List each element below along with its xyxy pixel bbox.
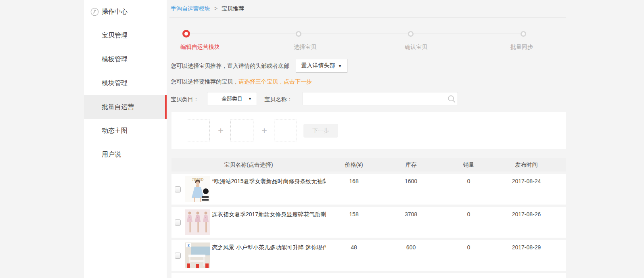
plus-icon: + xyxy=(218,125,224,136)
sidebar-item-operation-center[interactable]: 操作中心 xyxy=(84,0,167,24)
product-stock: 3708 xyxy=(382,207,440,238)
sidebar: 操作中心 宝贝管理 模板管理 模块管理 批量自运营 动态主图 用户说 xyxy=(84,0,167,278)
table-row[interactable]: Z 恋之风景 小户型小茶几多功能可升降 迷你现代 48 600 0 2017-0… xyxy=(171,240,566,271)
product-image: TREND xyxy=(185,176,210,202)
product-price: 158 xyxy=(326,207,382,238)
step-label-select-products: 选择宝贝 xyxy=(294,44,316,51)
placement-select-value: 置入详情头部 xyxy=(301,62,335,69)
caret-down-icon: ▼ xyxy=(248,97,252,101)
product-image: Z xyxy=(185,242,210,268)
stepper: 编辑自运营模块 选择宝贝 确认宝贝 批量同步 xyxy=(169,24,566,52)
sidebar-item-label: 批量自运营 xyxy=(102,103,134,111)
next-step-button[interactable]: 下一步 xyxy=(303,124,338,138)
product-name[interactable]: *欧洲站2015夏季女装新品时尚修身条纹无袖背 xyxy=(212,174,326,205)
search-box xyxy=(303,92,458,105)
product-sales: 0 xyxy=(440,174,498,205)
sidebar-item-label: 动态主图 xyxy=(102,127,128,135)
header-cell-name: 宝贝名称(点击选择) xyxy=(171,161,326,169)
step-label-batch-sync: 批量同步 xyxy=(510,44,533,51)
step-label-confirm-products: 确认宝贝 xyxy=(405,44,427,51)
stepper-line xyxy=(186,33,523,34)
product-slot-1[interactable] xyxy=(187,119,210,142)
step-circle-3 xyxy=(408,31,414,37)
row-checkbox[interactable] xyxy=(175,219,181,226)
category-select[interactable]: 全部类目 ▼ xyxy=(207,92,257,105)
placement-hint: 您可以选择宝贝推荐，置入详情的头部或者底部 xyxy=(171,63,289,70)
product-stock: 1600 xyxy=(382,174,440,205)
product-sales: 0 xyxy=(440,240,498,271)
svg-text:Z: Z xyxy=(188,244,190,247)
sidebar-item-label: 操作中心 xyxy=(102,8,128,16)
sidebar-item-label: 模板管理 xyxy=(102,55,128,64)
product-name[interactable]: 恋之风景 小户型小茶几多功能可升降 迷你现代 xyxy=(212,240,326,271)
product-slot-3[interactable] xyxy=(274,119,297,142)
header-cell-price: 价格(¥) xyxy=(326,161,382,169)
product-date: 2017-08-24 xyxy=(498,174,555,205)
sidebar-item-module-management[interactable]: 模块管理 xyxy=(84,71,167,95)
table-header: 宝贝名称(点击选择) 价格(¥) 库存 销量 发布时间 xyxy=(171,158,566,171)
product-sales: 0 xyxy=(440,207,498,238)
step-label-edit-module: 编辑自运营模块 xyxy=(180,44,220,51)
sidebar-item-product-management[interactable]: 宝贝管理 xyxy=(84,24,167,48)
breadcrumb-current: 宝贝推荐 xyxy=(222,5,244,12)
products-table: 宝贝名称(点击选择) 价格(¥) 库存 销量 发布时间 TREND xyxy=(171,158,566,278)
recommend-hint-prefix: 您可以选择要推荐的宝贝， xyxy=(171,78,238,85)
category-label: 宝贝类目： xyxy=(171,96,199,103)
sidebar-item-batch-self-operation[interactable]: 批量自运营 xyxy=(84,95,167,119)
plus-icon: + xyxy=(261,125,267,136)
product-name[interactable]: 连衣裙女夏季2017新款女修身显瘦碎花气质喇 xyxy=(212,207,326,238)
table-row[interactable]: 连衣裙女夏季2017新款女修身显瘦碎花气质喇 158 3708 0 2017-0… xyxy=(171,207,566,238)
header-cell-stock: 库存 xyxy=(382,161,440,169)
wrench-icon xyxy=(90,8,99,16)
step-circle-2 xyxy=(296,31,301,37)
search-icon[interactable] xyxy=(447,94,456,103)
search-input[interactable] xyxy=(306,93,445,105)
sidebar-item-label: 用户说 xyxy=(102,150,121,159)
product-image xyxy=(185,209,210,235)
step-circle-1 xyxy=(182,30,190,38)
table-row-partial xyxy=(171,273,566,278)
sidebar-item-label: 宝贝管理 xyxy=(102,31,128,40)
product-slot-2[interactable] xyxy=(230,119,253,142)
sidebar-item-template-management[interactable]: 模板管理 xyxy=(84,48,167,71)
product-price: 48 xyxy=(326,240,382,271)
product-date: 2017-08-26 xyxy=(498,207,555,238)
breadcrumb-divider xyxy=(169,17,566,18)
sidebar-item-label: 模块管理 xyxy=(102,79,128,88)
product-name-label: 宝贝名称： xyxy=(264,96,293,103)
sidebar-item-user-says[interactable]: 用户说 xyxy=(84,143,167,167)
row-checkbox[interactable] xyxy=(175,186,181,192)
caret-down-icon: ▼ xyxy=(338,64,342,68)
breadcrumb-link[interactable]: 手淘自运营模块 xyxy=(171,5,210,12)
row-checkbox[interactable] xyxy=(175,253,181,259)
recommend-hint-highlight: 请选择三个宝贝，点击下一步 xyxy=(238,78,312,85)
slots-panel: + + 下一步 xyxy=(171,112,566,149)
breadcrumb: 手淘自运营模块 > 宝贝推荐 xyxy=(171,5,244,13)
sidebar-item-dynamic-main-image[interactable]: 动态主图 xyxy=(84,119,167,143)
page: 操作中心 宝贝管理 模板管理 模块管理 批量自运营 动态主图 用户说 手淘自运营… xyxy=(0,0,644,278)
product-date: 2017-08-29 xyxy=(498,240,555,271)
category-select-value: 全部类目 xyxy=(222,95,243,102)
header-cell-sales: 销量 xyxy=(440,161,498,169)
step-circle-4 xyxy=(521,31,526,37)
table-row[interactable]: TREND *欧洲站2015夏季女装新品时尚修身条纹无袖背 168 1600 0… xyxy=(171,174,566,205)
header-cell-date: 发布时间 xyxy=(498,161,555,169)
placement-select[interactable]: 置入详情头部 ▼ xyxy=(296,59,347,73)
product-price: 168 xyxy=(326,174,382,205)
recommend-hint: 您可以选择要推荐的宝贝，请选择三个宝贝，点击下一步 xyxy=(171,78,312,86)
product-stock: 600 xyxy=(382,240,440,271)
breadcrumb-separator: > xyxy=(214,5,217,12)
